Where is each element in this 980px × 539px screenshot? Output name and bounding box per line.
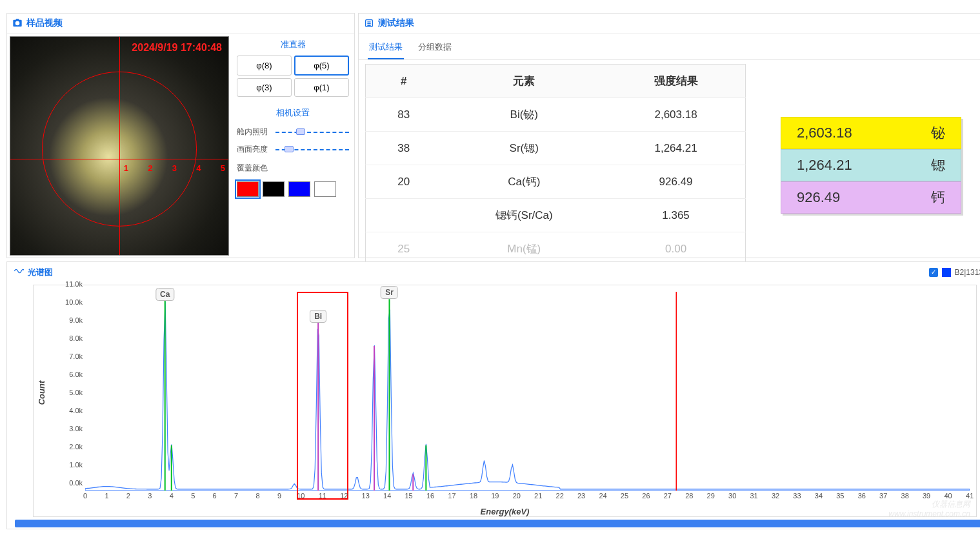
color-swatch[interactable] xyxy=(314,181,336,197)
table-cell: Mn(锰) xyxy=(441,232,606,266)
summary-row: 1,264.21锶 xyxy=(781,149,961,181)
color-row xyxy=(237,181,349,197)
spectrum-svg xyxy=(85,292,970,491)
table-cell: 38 xyxy=(366,132,442,165)
test-results-title: 测试结果 xyxy=(378,17,414,29)
x-axis-label: Energy(keV) xyxy=(481,507,530,516)
spectrum-panel: 光谱图 ✓ B2|1313 Count 0.0k1.0k2.0k3.0k4.0k… xyxy=(6,261,980,529)
slider-illumination: 舱内照明 xyxy=(237,127,349,137)
list-icon xyxy=(364,18,374,28)
spectrum-scrollbar-thumb[interactable] xyxy=(15,520,980,527)
test-results-header: 测试结果 xyxy=(359,14,980,34)
collimator-grid: φ(8)φ(5)φ(3)φ(1) xyxy=(237,56,349,97)
collimator-button[interactable]: φ(1) xyxy=(294,78,349,97)
summary-row: 926.49钙 xyxy=(781,181,961,214)
overlay-color-label: 覆盖颜色 xyxy=(237,163,349,174)
summary-label: 铋 xyxy=(931,123,945,143)
summary-value: 1,264.21 xyxy=(797,157,852,174)
summary-label: 钙 xyxy=(931,188,945,207)
video-frame[interactable]: 2024/9/19 17:40:48 12345 xyxy=(10,36,229,256)
x-axis: 0123456789101112131415161718192021222324… xyxy=(85,492,970,505)
slider-brightness-track[interactable] xyxy=(275,149,349,150)
camera-settings-label: 相机设置 xyxy=(237,107,349,119)
peak-label: Sr xyxy=(381,286,398,299)
controls-column: 准直器 φ(8)φ(5)φ(3)φ(1) 相机设置 舱内照明 画面亮度 覆盖颜色 xyxy=(234,36,352,256)
table-cell: Ca(钙) xyxy=(441,165,606,199)
spectrum-title: 光谱图 xyxy=(28,267,53,278)
table-cell: 83 xyxy=(366,98,442,132)
table-cell xyxy=(366,199,442,232)
legend-label: B2|1313 xyxy=(955,268,981,277)
summary-value: 926.49 xyxy=(797,189,840,206)
plot[interactable]: CaBiSr xyxy=(85,292,970,491)
ruler-marks: 12345 xyxy=(124,163,225,173)
slider-illumination-label: 舱内照明 xyxy=(237,127,272,137)
table-row[interactable]: 20Ca(钙)926.49 xyxy=(366,165,746,199)
summary-row: 2,603.18铋 xyxy=(781,117,961,149)
tab[interactable]: 分组数据 xyxy=(417,36,453,59)
video-timestamp: 2024/9/19 17:40:48 xyxy=(132,42,222,54)
table-cell: 926.49 xyxy=(606,165,745,199)
table-row[interactable]: 锶钙(Sr/Ca)1.365 xyxy=(366,199,746,232)
color-swatch[interactable] xyxy=(288,181,310,197)
spectrum-legend: ✓ B2|1313 xyxy=(929,268,981,277)
collimator-button[interactable]: φ(3) xyxy=(237,78,292,97)
legend-checkbox[interactable]: ✓ xyxy=(929,268,938,277)
table-row[interactable]: 83Bi(铋)2,603.18 xyxy=(366,98,746,132)
summary-blocks: 2,603.18铋1,264.21锶926.49钙 xyxy=(752,60,980,270)
slider-thumb[interactable] xyxy=(285,146,294,152)
color-swatch[interactable] xyxy=(237,181,259,197)
color-swatch[interactable] xyxy=(263,181,285,197)
table-cell: Bi(铋) xyxy=(441,98,606,132)
camera-icon xyxy=(12,18,23,28)
results-table: #元素强度结果 83Bi(铋)2,603.1838Sr(锶)1,264.2120… xyxy=(365,64,746,266)
table-cell: 1.365 xyxy=(606,199,745,232)
test-results-panel: 测试结果 测试结果分组数据 #元素强度结果 83Bi(铋)2,603.1838S… xyxy=(358,13,980,258)
table-header: 元素 xyxy=(441,65,606,98)
table-cell: 1,264.21 xyxy=(606,132,745,165)
table-cell: Sr(锶) xyxy=(441,132,606,165)
y-axis: 0.0k1.0k2.0k3.0k4.0k5.0k6.0k7.0k8.0k9.0k… xyxy=(53,292,85,491)
tab[interactable]: 测试结果 xyxy=(368,36,404,59)
table-row[interactable]: 38Sr(锶)1,264.21 xyxy=(366,132,746,165)
table-cell: 20 xyxy=(366,165,442,199)
table-cell: 2,603.18 xyxy=(606,98,745,132)
collimator-label: 准直器 xyxy=(237,39,349,50)
peak-label: Ca xyxy=(155,288,174,301)
sample-video-title: 样品视频 xyxy=(26,17,63,29)
legend-color-icon xyxy=(942,268,951,277)
summary-value: 2,603.18 xyxy=(797,125,852,141)
slider-brightness-label: 画面亮度 xyxy=(237,144,272,155)
table-cell: 0.00 xyxy=(606,232,745,266)
sample-video-header: 样品视频 xyxy=(7,14,354,34)
collimator-button[interactable]: φ(5) xyxy=(294,56,349,76)
wave-icon xyxy=(14,266,24,278)
chart-area[interactable]: Count 0.0k1.0k2.0k3.0k4.0k5.0k6.0k7.0k8.… xyxy=(33,285,977,517)
table-cell: 25 xyxy=(366,232,442,266)
table-row[interactable]: 25Mn(锰)0.00 xyxy=(366,232,746,266)
results-tabs: 测试结果分组数据 xyxy=(359,34,980,60)
summary-label: 锶 xyxy=(931,156,945,175)
slider-thumb[interactable] xyxy=(296,128,305,135)
table-header: 强度结果 xyxy=(606,65,745,98)
table-header: # xyxy=(366,65,442,98)
slider-illumination-track[interactable] xyxy=(275,132,349,133)
collimator-button[interactable]: φ(8) xyxy=(237,56,292,76)
crosshair-circle xyxy=(42,72,197,227)
highlight-box xyxy=(297,292,348,500)
y-axis-label: Count xyxy=(37,381,46,405)
table-cell: 锶钙(Sr/Ca) xyxy=(441,199,606,232)
slider-brightness: 画面亮度 xyxy=(237,144,349,155)
sample-video-panel: 样品视频 2024/9/19 17:40:48 12345 准直器 φ(8)φ(… xyxy=(6,13,355,258)
spectrum-scrollbar[interactable] xyxy=(15,520,980,527)
